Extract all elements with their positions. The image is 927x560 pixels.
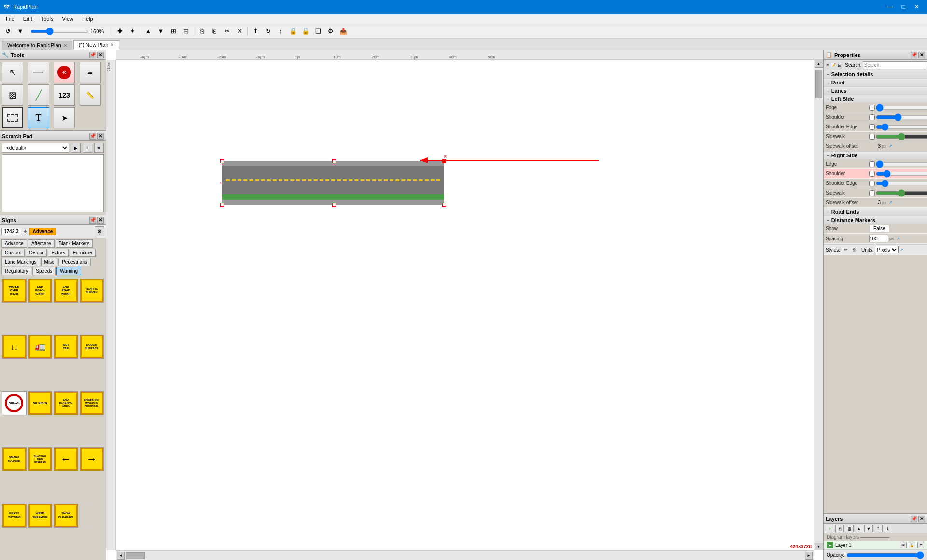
menu-edit[interactable]: Edit	[19, 15, 36, 23]
tab-new-plan-close[interactable]: ✕	[110, 42, 114, 48]
tab-welcome[interactable]: Welcome to RapidPlan ✕	[2, 41, 72, 50]
sign-tab-furniture[interactable]: Furniture	[70, 249, 96, 257]
section-lanes-header[interactable]: Lanes	[824, 87, 927, 95]
menu-file[interactable]: File	[2, 15, 18, 23]
distance-spacing-input[interactable]	[869, 235, 888, 242]
scroll-thumb-h[interactable]	[126, 552, 145, 559]
right-shoulder-checkbox[interactable]	[869, 171, 875, 177]
layers-move-up-btn[interactable]: ▲	[855, 525, 863, 532]
right-shoulder-edge-slider[interactable]	[876, 181, 927, 186]
layers-copy-btn[interactable]: ⎘	[835, 525, 844, 532]
sign-tab-misc[interactable]: Misc	[41, 258, 58, 266]
close-button[interactable]: ✕	[911, 2, 923, 12]
signs-config-btn[interactable]: ⚙	[95, 226, 104, 236]
units-dropdown[interactable]: Pixels	[875, 246, 899, 253]
layers-move-bottom-btn[interactable]: ⤓	[884, 525, 892, 532]
sign-snow-clearing[interactable]: SNOWCLEARING	[54, 504, 78, 528]
toolbar-unlock[interactable]: 🔓	[300, 26, 311, 37]
menu-help[interactable]: Help	[78, 15, 97, 23]
sign-tab-aftercare[interactable]: Aftercare	[28, 239, 55, 248]
sign-weed-spraying[interactable]: WEEDSPRAYING	[28, 504, 53, 528]
section-right-side-header[interactable]: Right Side	[824, 152, 927, 159]
sign-tab-custom[interactable]: Custom	[1, 249, 25, 257]
canvas-inner[interactable]: R L L	[116, 60, 814, 550]
toolbar-undo[interactable]: ↺	[2, 26, 14, 37]
toolbar-redo-split[interactable]: ▼	[14, 26, 26, 37]
sign-rough-surface[interactable]: ROUGHSURFACE	[80, 335, 104, 359]
scratch-dropdown[interactable]: <default>	[2, 143, 69, 153]
hatch-tool[interactable]: ▨	[2, 84, 23, 106]
toolbar-grid[interactable]: ⊞	[168, 26, 179, 37]
signs-panel-pin[interactable]: 📌	[89, 217, 96, 224]
left-sidewalk-offset-link[interactable]: ↗	[887, 143, 894, 150]
left-sidewalk-checkbox[interactable]	[869, 134, 875, 140]
toolbar-select-all[interactable]: ✦	[126, 26, 138, 37]
scratch-pad-pin[interactable]: 📌	[89, 133, 96, 140]
menu-view[interactable]: View	[58, 15, 77, 23]
toolbar-flip[interactable]: ↕	[275, 26, 286, 37]
right-shoulder-slider[interactable]	[876, 171, 927, 177]
tools-panel-close[interactable]: ✕	[97, 52, 104, 58]
text-tool[interactable]: T	[28, 107, 49, 128]
sign-tab-speeds[interactable]: Speeds	[32, 267, 56, 275]
sign-tab-regulatory[interactable]: Regulatory	[1, 267, 31, 275]
scroll-up-btn[interactable]: ▲	[815, 60, 823, 68]
toolbar-grid2[interactable]: ⊟	[180, 26, 192, 37]
handle-br[interactable]	[442, 203, 446, 207]
right-edge-slider[interactable]	[876, 161, 927, 167]
sign-powerline[interactable]: POWERLINEWORKS INPROGRESS	[80, 391, 104, 415]
handle-tr[interactable]: R	[442, 159, 446, 163]
section-left-side-header[interactable]: Left Side	[824, 95, 927, 103]
right-sidewalk-offset-link[interactable]: ↗	[887, 199, 894, 206]
toolbar-move-down[interactable]: ▼	[155, 26, 167, 37]
toolbar-cut[interactable]: ✂	[221, 26, 233, 37]
ruler-tool[interactable]: 📏	[80, 84, 101, 106]
sign-arrow-left[interactable]: ←	[54, 447, 78, 471]
sign-end-road-work2[interactable]: ENDROADWORK	[54, 279, 78, 303]
left-shoulder-edge-checkbox[interactable]	[869, 124, 875, 130]
handle-bc[interactable]	[332, 203, 336, 207]
left-shoulder-checkbox[interactable]	[869, 114, 875, 120]
scratch-remove-btn[interactable]: ✕	[94, 143, 104, 153]
layer-item-1[interactable]: ▶ Layer 1 👁 🔒 ⚙	[824, 541, 927, 549]
scratch-go-btn[interactable]: ▶	[71, 143, 81, 153]
layers-move-top-btn[interactable]: ⤒	[874, 525, 883, 532]
rectangle-tool[interactable]	[2, 107, 23, 128]
props-search-input[interactable]	[863, 61, 927, 69]
sign-tab-lane-markings[interactable]: Lane Markings	[1, 258, 40, 266]
scroll-down-btn[interactable]: ▼	[815, 543, 823, 550]
left-sidewalk-slider[interactable]	[876, 134, 927, 140]
right-sidewalk-slider[interactable]	[876, 190, 927, 196]
line-tool[interactable]: ╱	[28, 84, 49, 106]
scroll-right-btn[interactable]: ►	[805, 552, 813, 560]
scratch-pad-close[interactable]: ✕	[97, 133, 104, 140]
tab-welcome-close[interactable]: ✕	[63, 43, 67, 48]
toolbar-export[interactable]: 📤	[337, 26, 349, 37]
layers-add-btn[interactable]: +	[826, 525, 834, 532]
props-close[interactable]: ✕	[918, 52, 925, 58]
toolbar-settings[interactable]: ⚙	[325, 26, 337, 37]
sign-water-over-road[interactable]: WATEROVERROAD	[2, 279, 27, 303]
props-pin[interactable]: 📌	[911, 52, 917, 58]
layer-settings-btn-1[interactable]: ⚙	[917, 542, 924, 548]
sign-50kmh-b[interactable]: 50 km/h	[28, 391, 53, 415]
handle-tc[interactable]	[332, 159, 336, 163]
toolbar-rotate[interactable]: ↻	[262, 26, 274, 37]
layer-visibility-btn-1[interactable]: 👁	[900, 542, 907, 548]
sign-end-blasting[interactable]: ENDBLASTINGAREA	[54, 391, 78, 415]
props-tb-1[interactable]: ≡	[826, 61, 829, 69]
section-distance-markers-header[interactable]: Distance Markers	[824, 216, 927, 224]
sign-tab-blank-markers[interactable]: Blank Markers	[56, 239, 93, 248]
right-shoulder-edge-checkbox[interactable]	[869, 181, 875, 186]
menu-tools[interactable]: Tools	[37, 15, 57, 23]
toolbar-delete[interactable]: ✕	[234, 26, 245, 37]
sign-smoke-hazard[interactable]: SMOKEHAZARD	[2, 447, 27, 471]
section-road-ends-header[interactable]: Road Ends	[824, 208, 927, 216]
sign-traffic-survey[interactable]: TRAFFICSURVEY	[80, 279, 104, 303]
zoom-slider[interactable]	[30, 30, 88, 33]
toolbar-paste[interactable]: ⎗	[209, 26, 220, 37]
sign-tab-advance[interactable]: Advance	[1, 239, 27, 248]
handle-bl[interactable]	[220, 203, 224, 207]
sign-tab-warning[interactable]: Warning	[56, 267, 81, 275]
left-shoulder-slider[interactable]	[876, 114, 927, 120]
